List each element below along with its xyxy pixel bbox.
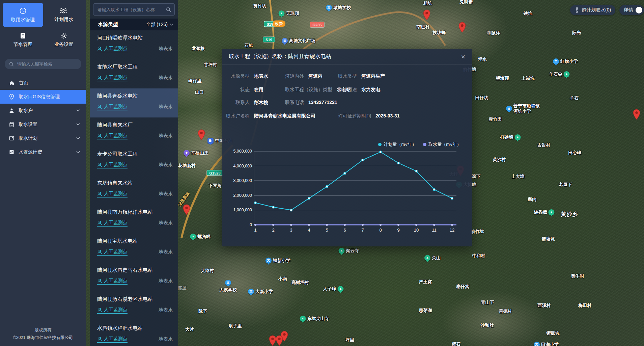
station-name: 友能水厂取水工程: [97, 64, 173, 70]
plan-series-point[interactable]: [397, 162, 399, 164]
chart-svg: 01,000,0002,000,0003,000,0004,000,0005,0…: [232, 144, 465, 236]
chevron-down-icon: [170, 23, 173, 26]
manual-monitor-link[interactable]: 人工监测点: [97, 133, 128, 139]
sidebar-item-4[interactable]: 取水设置: [0, 117, 86, 131]
field-value: 13432771221: [308, 100, 337, 105]
station-list-item[interactable]: 陆河县激石溪老区水电站人工监测点地表水: [90, 292, 178, 321]
manual-monitor-link[interactable]: 人工监测点: [97, 162, 128, 168]
svg-text:6: 6: [343, 228, 346, 233]
manual-monitor-link[interactable]: 人工监测点: [97, 336, 128, 343]
map-label-text: 大新小学: [255, 289, 273, 294]
station-meta: 人工监测点地表水: [97, 307, 173, 314]
red-map-pin[interactable]: [633, 109, 641, 120]
app-item-3[interactable]: 节水管理: [3, 28, 43, 52]
map-label-plain: 嶂仔里: [189, 78, 202, 84]
plan-series-point[interactable]: [380, 151, 382, 153]
person-icon: [97, 308, 102, 313]
plan-series-point[interactable]: [290, 209, 292, 211]
field-value: 2025-03-31: [375, 113, 400, 118]
plan-series-point[interactable]: [326, 185, 328, 187]
red-map-pin[interactable]: [183, 204, 191, 215]
station-list-item[interactable]: 水唇镇水栏肚水电站人工监测点地表水: [90, 321, 178, 346]
station-list-item[interactable]: 麦卡公司取水工程人工监测点地表水: [90, 147, 178, 176]
sidebar-item-label: 取水口GIS信息管理: [19, 94, 80, 100]
monitor-label: 人工监测点: [104, 46, 128, 52]
map-label-text: 寨仔窝: [456, 284, 470, 289]
manual-monitor-link[interactable]: 人工监测点: [97, 307, 128, 314]
field-label: 取水户名称: [226, 113, 250, 119]
svg-text:10: 10: [414, 228, 419, 233]
map-label-text: 天珠顶: [286, 11, 299, 16]
station-list-item[interactable]: 河口镇唱歌潭水电站人工监测点地表水: [90, 30, 178, 59]
station-list-item[interactable]: 陆河县水唇走马石水电站人工监测点地表水: [90, 263, 178, 292]
sidebar-search-input[interactable]: [17, 61, 77, 67]
sidebar-item-6[interactable]: 水资源计费: [0, 145, 86, 159]
station-list-item[interactable]: 东坑镇自来水站人工监测点地表水: [90, 176, 178, 205]
sidebar-item-1[interactable]: 首页: [0, 76, 86, 90]
sidebar-item-3[interactable]: 取水户: [0, 104, 86, 117]
close-icon[interactable]: ×: [461, 53, 465, 60]
person-icon: [97, 220, 102, 225]
app-item-2[interactable]: 计划用水: [44, 3, 84, 27]
station-list-item[interactable]: 陆河县南万镇杞洋水电站人工监测点地表水: [90, 205, 178, 234]
sidebar-item-2[interactable]: 取水口GIS信息管理: [0, 90, 86, 104]
manual-monitor-link[interactable]: 人工监测点: [97, 220, 128, 227]
plan-series-point[interactable]: [451, 197, 453, 199]
manual-monitor-link[interactable]: 人工监测点: [97, 249, 128, 256]
sidebar-item-5[interactable]: 取水计划: [0, 131, 86, 145]
red-map-pin[interactable]: [423, 9, 431, 20]
toggle-knob[interactable]: [636, 7, 642, 14]
plan-series-point[interactable]: [308, 197, 310, 199]
red-map-pin[interactable]: [269, 335, 277, 346]
water-source-type: 地表水: [159, 249, 173, 255]
field-value: 水力发电: [361, 87, 380, 93]
map-label-text: 尖山: [432, 255, 441, 261]
map-label-text: 箭塘坑: [542, 236, 555, 242]
plan-series-point[interactable]: [254, 202, 256, 204]
station-list-item[interactable]: 陆河县青碇水电站人工监测点地表水: [90, 88, 178, 117]
manual-monitor-link[interactable]: 人工监测点: [97, 75, 128, 81]
map-label-text: 聚云寺: [346, 248, 359, 254]
station-name: 陆河县宝塔水电站: [97, 238, 173, 244]
station-search-input[interactable]: [97, 7, 163, 12]
station-detail-modal: 取水工程（设施）名称：陆河县青碇水电站 × 水源类型地表水河道内外河道内取水类型…: [222, 49, 472, 246]
sidebar-search[interactable]: [5, 59, 81, 69]
manual-monitor-link[interactable]: 人工监测点: [97, 46, 128, 52]
school-icon: 文: [248, 289, 254, 295]
station-search[interactable]: [93, 3, 175, 16]
map-label-plain: 大路村: [201, 268, 214, 273]
map-label-text: 东坑尖山寺: [307, 316, 329, 321]
app-item-1[interactable]: 取用水管理: [3, 3, 43, 27]
plan-series-point[interactable]: [272, 206, 274, 208]
over-plan-intake-button[interactable]: 超计划取水(0): [570, 5, 615, 15]
station-meta: 人工监测点地表水: [97, 133, 173, 139]
water-source-type: 地表水: [159, 191, 173, 197]
map-pin-icon: [9, 94, 14, 100]
station-list-item[interactable]: 陆河县自来水厂人工监测点地表水: [90, 117, 178, 147]
plan-series-point[interactable]: [362, 159, 364, 161]
filter-value: 全部 (125): [146, 22, 168, 28]
red-map-pin[interactable]: [458, 22, 466, 33]
map-label-fun: ◆幸福山庄: [184, 150, 208, 156]
field-label: 取水用途: [338, 87, 357, 93]
plan-series-point[interactable]: [415, 170, 417, 172]
map-label-text: 善德村: [499, 309, 512, 314]
filter-value-dropdown[interactable]: 全部 (125): [146, 22, 173, 28]
manual-monitor-link[interactable]: 人工监测点: [97, 191, 128, 197]
red-map-pin[interactable]: [198, 129, 205, 140]
app-item-4[interactable]: 业务设置: [44, 28, 84, 52]
plan-series-point[interactable]: [433, 188, 435, 190]
detail-toggle[interactable]: 详情: [619, 5, 644, 15]
person-icon: [97, 75, 102, 80]
map-label-plain: 挨垅蜂: [433, 30, 446, 35]
field-value: 地表水: [254, 73, 268, 79]
station-list-item[interactable]: 友能水厂取水工程人工监测点地表水: [90, 59, 178, 88]
svg-text:8: 8: [379, 228, 382, 233]
red-map-pin[interactable]: [276, 335, 283, 346]
station-list-item[interactable]: 陆河县宝塔水电站人工监测点地表水: [90, 234, 178, 263]
manual-monitor-link[interactable]: 人工监测点: [97, 278, 128, 285]
plan-series-point[interactable]: [344, 172, 346, 174]
search-icon[interactable]: [166, 7, 171, 12]
manual-monitor-link[interactable]: 人工监测点: [97, 104, 128, 110]
chevron-down-icon: [76, 123, 80, 126]
